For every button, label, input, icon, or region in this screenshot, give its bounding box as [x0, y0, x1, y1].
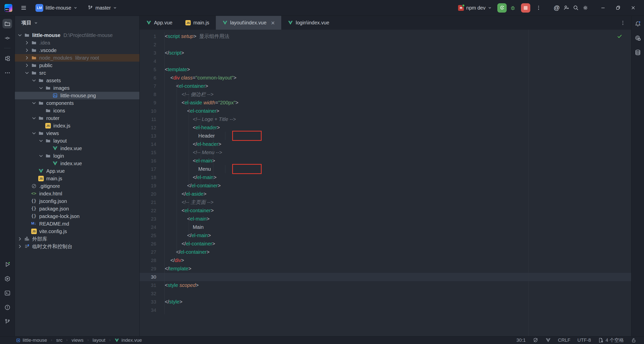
- tab-app-vue[interactable]: App.vue: [140, 16, 179, 30]
- tree-item-index-html[interactable]: <>index.html: [15, 190, 139, 197]
- tree-item-main-js[interactable]: JSmain.js: [15, 175, 139, 182]
- main-menu-button[interactable]: [19, 3, 28, 13]
- breadcrumb-item-index-vue[interactable]: index.vue: [114, 337, 142, 343]
- tree-item--gitignore[interactable]: .gitignore: [15, 182, 139, 190]
- close-button[interactable]: [628, 3, 638, 13]
- tree-item--[interactable]: 临时文件和控制台: [15, 243, 139, 250]
- tool-project-folder-button[interactable]: [3, 19, 12, 28]
- tab-close-icon[interactable]: ×: [271, 20, 275, 25]
- tree-item-views[interactable]: views: [15, 130, 139, 137]
- tool-services-button[interactable]: [3, 274, 12, 283]
- tree-item--[interactable]: 外部库: [15, 235, 139, 243]
- chevron-down-icon[interactable]: [31, 100, 37, 106]
- chevron-right-icon[interactable]: [24, 62, 30, 68]
- line-number[interactable]: 27: [140, 248, 165, 256]
- line-number[interactable]: 33: [140, 298, 165, 306]
- line-number[interactable]: 31: [140, 281, 165, 289]
- tree-item-little-mouse[interactable]: little-mouseD:\Project\little-mouse: [15, 31, 139, 39]
- breadcrumb-item-src[interactable]: src: [56, 337, 62, 343]
- tab-options-button[interactable]: [620, 20, 626, 26]
- chevron-down-icon[interactable]: [31, 77, 37, 83]
- code-editor[interactable]: 1234567891011121314151617181920212223242…: [140, 30, 631, 336]
- status-readonly-toggle[interactable]: [631, 337, 636, 343]
- line-number[interactable]: 6: [140, 74, 165, 82]
- line-number[interactable]: 17: [140, 165, 165, 173]
- tree-item--vscode[interactable]: .vscode: [15, 47, 139, 54]
- status-caret-position[interactable]: 30:1: [516, 337, 526, 343]
- tree-item-package-lock-json[interactable]: {}package-lock.json: [15, 212, 139, 220]
- breadcrumb-item-little-mouse[interactable]: little-mouse: [16, 337, 47, 343]
- tree-item--idea[interactable]: .idea: [15, 39, 139, 47]
- line-number[interactable]: 2: [140, 40, 165, 49]
- settings-button[interactable]: [581, 3, 590, 13]
- inspection-ok-icon[interactable]: [617, 33, 623, 39]
- tree-item-package-json[interactable]: {}package.json: [15, 205, 139, 212]
- line-number[interactable]: 28: [140, 256, 165, 265]
- line-number[interactable]: 10: [140, 107, 165, 115]
- line-number[interactable]: 8: [140, 90, 165, 99]
- line-number[interactable]: 26: [140, 240, 165, 248]
- tree-item-app-vue[interactable]: App.vue: [15, 167, 139, 175]
- status-inspection-highlight[interactable]: [533, 337, 538, 343]
- line-number[interactable]: 15: [140, 148, 165, 157]
- tool-commit-button[interactable]: [3, 33, 12, 43]
- breadcrumb-item-views[interactable]: views: [71, 337, 84, 343]
- chevron-right-icon[interactable]: [17, 236, 23, 242]
- line-number[interactable]: 14: [140, 140, 165, 148]
- tab-login-index-vue[interactable]: login\index.vue: [281, 16, 336, 30]
- line-number[interactable]: 9: [140, 99, 165, 107]
- tree-item-index-vue[interactable]: index.vue: [15, 145, 139, 152]
- chevron-down-icon[interactable]: [24, 70, 30, 76]
- editor-gutter[interactable]: 1234567891011121314151617181920212223242…: [140, 30, 165, 314]
- line-number[interactable]: 4: [140, 57, 165, 65]
- line-number[interactable]: 21: [140, 198, 165, 206]
- more-vertical-button[interactable]: [534, 3, 543, 13]
- line-number[interactable]: 13: [140, 132, 165, 140]
- chevron-down-icon[interactable]: [31, 130, 37, 136]
- restore-button[interactable]: [613, 3, 623, 13]
- line-number[interactable]: 19: [140, 182, 165, 190]
- tree-item-src[interactable]: src: [15, 69, 139, 77]
- rerun-button[interactable]: [497, 3, 507, 13]
- line-number[interactable]: 16: [140, 157, 165, 165]
- line-number[interactable]: 3: [140, 49, 165, 57]
- line-number[interactable]: 11: [140, 115, 165, 123]
- run-configuration-widget[interactable]: npm dev: [456, 4, 494, 12]
- project-panel-header[interactable]: 项目: [15, 16, 139, 30]
- tool-ai-assistant-chat-button[interactable]: [633, 33, 642, 43]
- chevron-down-icon[interactable]: [31, 115, 37, 121]
- tree-item-icons[interactable]: icons: [15, 107, 139, 114]
- tree-item-jsconfig-json[interactable]: {}jsconfig.json: [15, 197, 139, 205]
- line-number[interactable]: 18: [140, 173, 165, 182]
- tree-item-public[interactable]: public: [15, 62, 139, 69]
- status-line-separator[interactable]: CRLF: [558, 337, 571, 343]
- stop-button[interactable]: [521, 3, 530, 13]
- line-number[interactable]: 32: [140, 289, 165, 298]
- chevron-down-icon[interactable]: [38, 153, 44, 159]
- tree-item-components[interactable]: components: [15, 99, 139, 107]
- project-widget[interactable]: LM little-mouse: [33, 3, 79, 13]
- minimize-button[interactable]: [598, 3, 608, 13]
- tree-item-images[interactable]: images: [15, 84, 139, 92]
- tab-layout-index-vue[interactable]: layout\index.vue×: [216, 16, 281, 30]
- chevron-right-icon[interactable]: [24, 47, 30, 53]
- line-number[interactable]: 7: [140, 82, 165, 90]
- tree-item-little-mouse-png[interactable]: little-mouse.png: [15, 92, 139, 99]
- ai-assistant-button[interactable]: @: [552, 3, 561, 13]
- line-number[interactable]: 12: [140, 123, 165, 132]
- tool-version-control-button[interactable]: [3, 317, 12, 326]
- tool-problems-button[interactable]: [3, 303, 12, 312]
- tree-item-node-modules[interactable]: node_moduleslibrary root: [15, 54, 139, 62]
- tool-more-button[interactable]: [3, 68, 12, 77]
- chevron-right-icon[interactable]: [24, 40, 30, 46]
- status-indent[interactable]: 4 个空格: [598, 337, 624, 343]
- line-number[interactable]: 24: [140, 223, 165, 231]
- tool-database-button[interactable]: [633, 48, 642, 57]
- line-number[interactable]: 5: [140, 65, 165, 74]
- chevron-right-icon[interactable]: [24, 55, 30, 61]
- line-number[interactable]: 34: [140, 306, 165, 314]
- branch-widget[interactable]: master: [86, 4, 119, 12]
- tree-item-assets[interactable]: assets: [15, 77, 139, 84]
- tool-notifications-button[interactable]: [633, 19, 642, 28]
- debug-button[interactable]: [508, 3, 517, 13]
